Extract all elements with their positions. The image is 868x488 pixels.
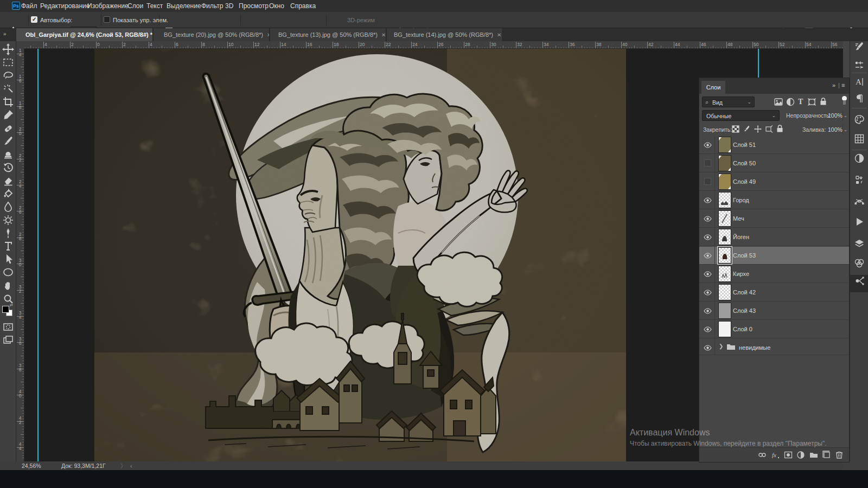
svg-text:fx: fx bbox=[772, 452, 776, 458]
svg-text:A: A bbox=[856, 78, 861, 86]
